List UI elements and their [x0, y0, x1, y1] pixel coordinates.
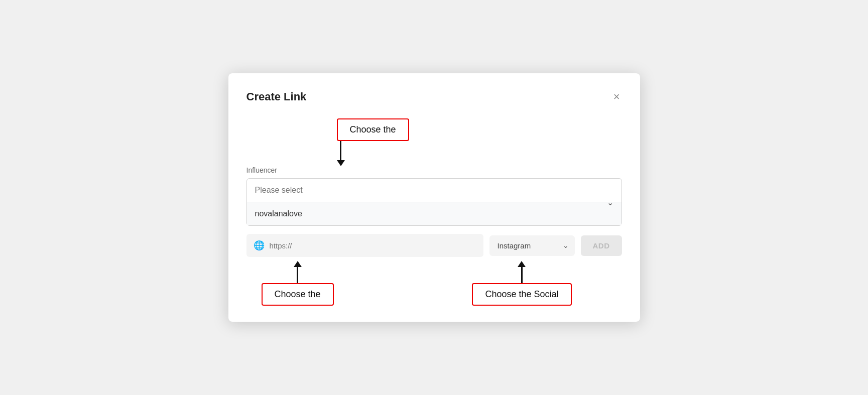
social-select-wrapper[interactable]: Instagram ⌄: [489, 235, 575, 256]
annotation-top-box: Choose the: [337, 118, 409, 141]
dialog-title: Create Link: [246, 90, 307, 103]
influencer-label: Influencer: [246, 166, 622, 174]
annotation-social-box: Choose the Social: [472, 283, 571, 306]
bottom-social-arrow: [518, 261, 526, 283]
influencer-select-input[interactable]: [247, 179, 622, 202]
dropdown-option-novalanalove[interactable]: novalanalove: [247, 202, 622, 225]
globe-icon: 🌐: [254, 240, 265, 251]
add-button[interactable]: ADD: [581, 235, 622, 256]
close-button[interactable]: ×: [611, 89, 622, 104]
url-social-row: 🌐 Instagram ⌄ ADD: [246, 234, 622, 257]
create-link-dialog: Create Link × Choose the Influencer ⌄ no…: [228, 73, 640, 322]
social-chevron-icon: ⌄: [563, 241, 569, 249]
top-arrow: [337, 141, 345, 166]
annotation-bottom-left-box: Choose the: [262, 283, 334, 306]
url-input[interactable]: [270, 241, 476, 250]
influencer-select-wrapper[interactable]: ⌄ novalanalove: [246, 178, 622, 226]
bottom-left-arrow: [294, 261, 302, 283]
dialog-header: Create Link ×: [246, 89, 622, 104]
url-input-wrapper[interactable]: 🌐: [246, 234, 483, 257]
social-select-label: Instagram: [498, 241, 531, 250]
